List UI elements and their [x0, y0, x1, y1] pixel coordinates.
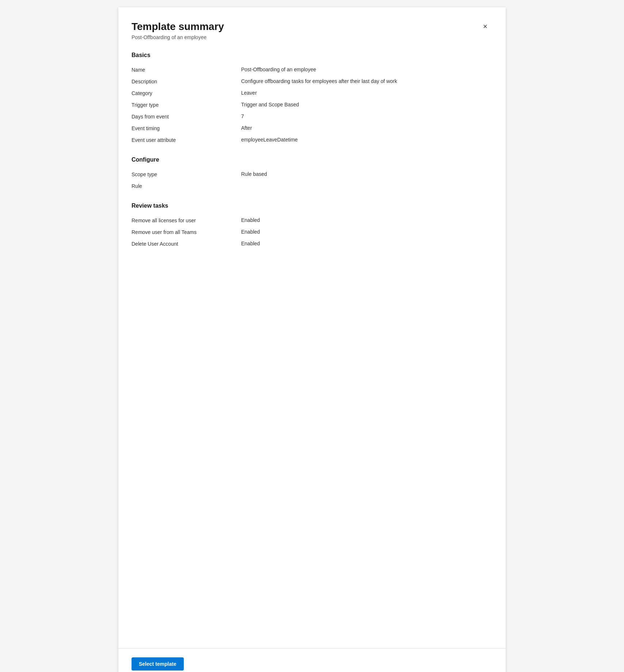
field-row-rule: Rule — [132, 181, 491, 192]
field-value-remove-teams: Enabled — [241, 229, 491, 235]
configure-section-title: Configure — [132, 156, 491, 163]
close-button[interactable]: × — [479, 20, 491, 32]
field-label-event-user-attribute: Event user attribute — [132, 137, 241, 143]
field-row-days-from-event: Days from event 7 — [132, 111, 491, 123]
basics-section: Basics Name Post-Offboarding of an emplo… — [132, 52, 491, 146]
panel-footer: Select template — [118, 648, 506, 672]
field-row-description: Description Configure offboarding tasks … — [132, 76, 491, 88]
configure-section: Configure Scope type Rule based Rule — [132, 156, 491, 192]
title-group: Template summary Post-Offboarding of an … — [132, 20, 224, 40]
field-label-remove-teams: Remove user from all Teams — [132, 229, 241, 235]
field-label-days-from-event: Days from event — [132, 113, 241, 120]
field-row-name: Name Post-Offboarding of an employee — [132, 64, 491, 76]
field-row-remove-licenses: Remove all licenses for user Enabled — [132, 215, 491, 227]
review-tasks-section-title: Review tasks — [132, 203, 491, 209]
field-value-description: Configure offboarding tasks for employee… — [241, 78, 491, 84]
panel-header: Template summary Post-Offboarding of an … — [132, 20, 491, 40]
panel-subtitle: Post-Offboarding of an employee — [132, 34, 224, 40]
field-row-event-timing: Event timing After — [132, 123, 491, 135]
field-label-remove-licenses: Remove all licenses for user — [132, 217, 241, 223]
field-value-event-user-attribute: employeeLeaveDatetime — [241, 137, 491, 143]
field-label-category: Category — [132, 90, 241, 96]
field-value-days-from-event: 7 — [241, 113, 491, 119]
field-row-delete-account: Delete User Account Enabled — [132, 238, 491, 250]
field-row-scope-type: Scope type Rule based — [132, 169, 491, 181]
field-value-category: Leaver — [241, 90, 491, 96]
panel-title: Template summary — [132, 20, 224, 33]
field-label-trigger-type: Trigger type — [132, 102, 241, 108]
field-label-delete-account: Delete User Account — [132, 241, 241, 247]
basics-section-title: Basics — [132, 52, 491, 58]
field-value-scope-type: Rule based — [241, 171, 491, 177]
template-summary-panel: Template summary Post-Offboarding of an … — [118, 7, 506, 672]
field-row-trigger-type: Trigger type Trigger and Scope Based — [132, 99, 491, 111]
field-label-rule: Rule — [132, 183, 241, 189]
field-row-category: Category Leaver — [132, 88, 491, 99]
field-label-name: Name — [132, 67, 241, 73]
field-value-trigger-type: Trigger and Scope Based — [241, 102, 491, 107]
field-row-event-user-attribute: Event user attribute employeeLeaveDateti… — [132, 135, 491, 146]
select-template-button[interactable]: Select template — [132, 657, 184, 671]
field-label-scope-type: Scope type — [132, 171, 241, 177]
field-value-name: Post-Offboarding of an employee — [241, 67, 491, 72]
field-label-description: Description — [132, 78, 241, 84]
field-row-remove-teams: Remove user from all Teams Enabled — [132, 227, 491, 238]
review-tasks-section: Review tasks Remove all licenses for use… — [132, 203, 491, 250]
field-value-remove-licenses: Enabled — [241, 217, 491, 223]
field-value-event-timing: After — [241, 125, 491, 131]
field-value-delete-account: Enabled — [241, 241, 491, 246]
field-label-event-timing: Event timing — [132, 125, 241, 131]
